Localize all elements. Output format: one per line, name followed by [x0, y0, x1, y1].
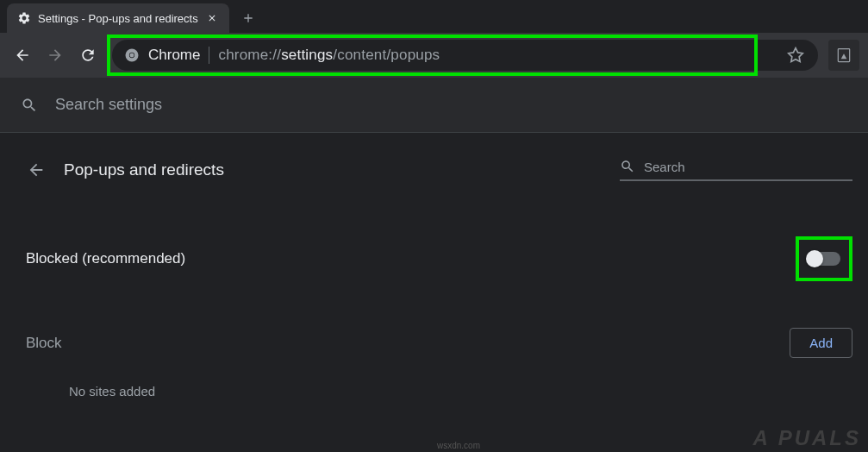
- gear-icon: [17, 11, 31, 25]
- watermark-url: wsxdn.com: [437, 441, 480, 450]
- new-tab-button[interactable]: [236, 6, 260, 30]
- block-section-header: Block Add: [26, 328, 852, 358]
- bookmark-star-icon[interactable]: [785, 45, 806, 66]
- content-search[interactable]: [620, 159, 852, 181]
- settings-search-bar[interactable]: Search settings: [0, 78, 868, 133]
- svg-point-2: [130, 53, 134, 58]
- settings-back-button[interactable]: [26, 160, 47, 180]
- empty-sites-text: No sites added: [69, 384, 852, 399]
- block-label: Block: [26, 335, 62, 352]
- blocked-toggle-row: Blocked (recommended): [26, 224, 852, 293]
- blocked-label: Blocked (recommended): [26, 250, 185, 267]
- page-title: Pop-ups and redirects: [64, 160, 224, 179]
- close-icon[interactable]: [205, 11, 219, 25]
- toggle-wrapper: [796, 236, 852, 281]
- tab-bar: Settings - Pop-ups and redirects: [0, 0, 868, 33]
- add-button[interactable]: Add: [790, 328, 852, 358]
- search-placeholder: Search settings: [55, 96, 162, 114]
- pdf-extension-icon[interactable]: [828, 40, 859, 71]
- blocked-toggle[interactable]: [808, 252, 840, 266]
- content-search-input[interactable]: [644, 160, 852, 174]
- settings-content: Pop-ups and redirects Blocked (recommend…: [0, 133, 868, 399]
- page-header: Pop-ups and redirects: [26, 159, 852, 181]
- browser-toolbar: Chrome chrome://settings/content/popups: [0, 33, 868, 78]
- reload-button[interactable]: [74, 41, 102, 69]
- search-icon: [21, 97, 38, 114]
- site-label: Chrome: [148, 47, 200, 64]
- chrome-icon: [124, 47, 140, 63]
- toggle-knob: [806, 250, 823, 267]
- divider: [209, 47, 209, 64]
- tab-title: Settings - Pop-ups and redirects: [38, 12, 198, 25]
- omnibox-wrapper: Chrome chrome://settings/content/popups: [112, 40, 818, 71]
- address-bar[interactable]: Chrome chrome://settings/content/popups: [112, 40, 818, 71]
- watermark: A PUALS: [753, 426, 861, 450]
- url-text: chrome://settings/content/popups: [218, 47, 440, 64]
- forward-button[interactable]: [41, 41, 69, 69]
- search-icon: [620, 159, 635, 174]
- back-button[interactable]: [9, 41, 36, 69]
- browser-tab[interactable]: Settings - Pop-ups and redirects: [7, 3, 229, 33]
